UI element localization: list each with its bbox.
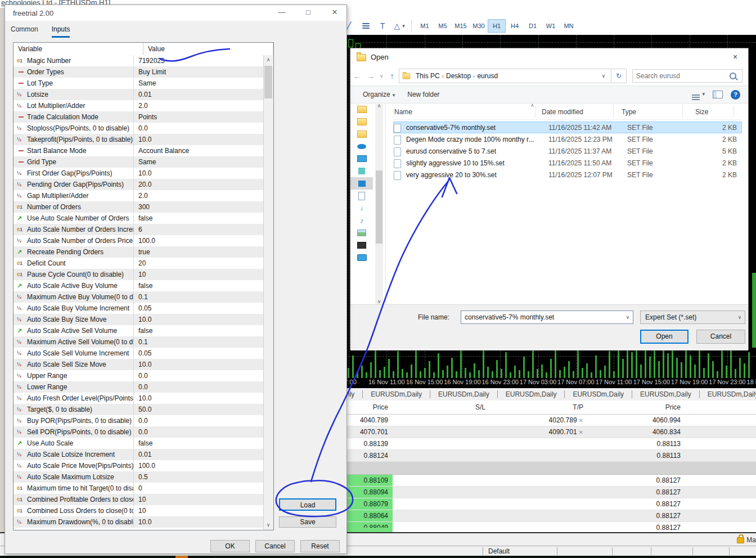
timeframe-H4[interactable]: H4 — [506, 19, 524, 33]
order-tp[interactable] — [490, 438, 588, 449]
param-row[interactable]: ¹⁄₂Maximum Active Buy Volume(0 to disa..… — [14, 291, 264, 303]
file-name-value[interactable]: conservative5-7% monthly.set — [461, 313, 623, 321]
param-value[interactable]: 0.0 — [134, 123, 264, 134]
help-icon[interactable]: ? — [731, 90, 740, 100]
file-name[interactable]: eurusd conservative 5 to 7.set — [406, 146, 548, 158]
trade-row[interactable]: 0.88049 0.88127 — [340, 522, 756, 532]
order-tp[interactable] — [490, 475, 588, 486]
search-box[interactable] — [632, 69, 742, 83]
sidebar-item-onedrive[interactable] — [350, 140, 373, 152]
param-value[interactable]: 0.0 — [134, 415, 264, 426]
param-value[interactable]: 0 — [134, 483, 264, 494]
file-type-value[interactable]: Expert Set (*.set) — [641, 313, 735, 321]
param-row[interactable]: 01Pause Cycle Count(0 to disable) 10 — [14, 269, 264, 280]
timeframe-H1[interactable]: H1 — [488, 19, 506, 33]
sidebar-item-videos[interactable] — [350, 239, 373, 251]
param-value[interactable]: 100.0 — [134, 460, 264, 471]
param-value[interactable]: 0.0 — [134, 381, 264, 393]
close-icon[interactable]: ✕ — [323, 5, 346, 20]
file-row[interactable]: Degen Mode crazy mode 100% monthy r... 1… — [393, 133, 742, 145]
param-row[interactable]: ¹⁄₂First Order Gap(Pips/Points) 10.0 — [14, 168, 264, 179]
file-name-combobox[interactable]: conservative5-7% monthly.set ∨ — [461, 310, 633, 324]
param-value[interactable]: 0.05 — [134, 303, 264, 314]
param-row[interactable]: Grid Type Same — [14, 156, 264, 168]
chevron-down-icon[interactable]: ∨ — [623, 314, 633, 320]
col-tp[interactable]: T/P — [490, 400, 588, 414]
param-row[interactable]: ¹⁄₂Takeprofit(Pips/Points, 0 to disable)… — [14, 134, 264, 145]
file-row[interactable]: very aggressive 20 to 30%.set 11/16/2025… — [393, 169, 742, 181]
load-button[interactable]: Load — [279, 498, 336, 511]
param-value[interactable]: 2.0 — [134, 190, 264, 201]
chart-tab[interactable]: EURUSDm,Daily — [430, 390, 498, 398]
ok-button[interactable]: OK — [210, 540, 250, 552]
param-value[interactable]: 20.0 — [134, 179, 264, 190]
param-value[interactable]: 10.0 — [134, 359, 264, 370]
cancel-button[interactable]: Cancel — [696, 330, 745, 344]
param-value[interactable]: 0.0 — [134, 370, 264, 381]
chevron-down-icon[interactable]: ∨ — [598, 73, 609, 79]
param-row[interactable]: ¹⁄₂Auto Scale Lotsize Increment 0.01 — [14, 449, 264, 460]
param-value[interactable]: 0.01 — [134, 449, 264, 460]
order-tp[interactable]: 4090.701✕ — [490, 426, 588, 438]
maximize-icon[interactable]: □ — [297, 5, 320, 20]
trade-row[interactable]: 0.88139 0.88113 — [340, 438, 756, 450]
reset-button[interactable]: Reset — [300, 540, 340, 552]
param-value[interactable]: 10.0 — [134, 168, 264, 179]
order-sl[interactable] — [393, 475, 490, 486]
back-icon[interactable]: ← — [350, 71, 364, 80]
file-name[interactable]: conservative5-7% monthly.set — [406, 122, 548, 134]
trade-row[interactable]: 0.88064 0.88127 — [340, 510, 756, 522]
param-row[interactable]: Start Balance Mode Account Balance — [14, 145, 264, 156]
col-price2[interactable]: Price — [588, 400, 685, 414]
order-sl[interactable] — [393, 415, 490, 426]
sidebar-item-network[interactable] — [350, 251, 373, 264]
order-sl[interactable] — [393, 510, 490, 521]
minimize-icon[interactable]: — — [271, 5, 293, 20]
timeframe-W1[interactable]: W1 — [542, 19, 560, 33]
param-row[interactable]: ¹⁄₂Target($, 0 to disable) 50.0 — [14, 404, 264, 415]
sidebar-item-desktop[interactable] — [350, 177, 373, 190]
file-row[interactable]: slightly aggressive 10 to 15%.set 11/16/… — [393, 157, 742, 169]
sidebar-item-3d-objects[interactable] — [350, 165, 373, 177]
sidebar-item-folder[interactable] — [350, 115, 373, 128]
param-row[interactable]: ¹⁄₂Pending Order Gap(Pips/Points) 20.0 — [14, 179, 264, 190]
order-sl[interactable] — [393, 426, 490, 438]
column-size[interactable]: Size — [695, 108, 708, 116]
param-row[interactable]: 01Combined Loss Orders to close(0 to di.… — [14, 505, 264, 516]
timeframe-M5[interactable]: M5 — [434, 19, 452, 33]
param-row[interactable]: ¹⁄₂Auto Fresh Order Level(Pips/Points) 1… — [14, 393, 264, 404]
param-row[interactable]: ¹⁄₂Lot Multiplier/Adder 2.0 — [14, 100, 264, 111]
text-tool-icon[interactable]: T — [374, 19, 391, 33]
param-value[interactable]: 0.05 — [134, 348, 264, 359]
file-name[interactable]: Degen Mode crazy mode 100% monthy r... — [406, 134, 548, 146]
param-row[interactable]: 01Auto Scale Number of Orders Increment … — [14, 224, 264, 235]
close-order-icon[interactable]: ✕ — [579, 417, 583, 424]
param-value[interactable]: 10.0 — [134, 314, 264, 325]
param-value[interactable]: Buy Limit — [134, 66, 264, 78]
column-date[interactable]: Date modified — [542, 108, 583, 116]
param-value[interactable]: 0.1 — [134, 291, 264, 303]
column-value[interactable]: Value — [143, 43, 273, 55]
sidebar-item-this-pc[interactable] — [350, 152, 373, 165]
profile-name[interactable]: Default — [488, 546, 510, 556]
param-value[interactable]: false — [134, 213, 264, 224]
param-value[interactable]: 7192025 — [134, 55, 264, 66]
column-type[interactable]: Type — [622, 108, 636, 116]
sidebar-item-pictures[interactable] — [350, 227, 373, 239]
forward-icon[interactable]: → — [364, 71, 377, 80]
param-value[interactable]: 0.1 — [134, 336, 264, 348]
file-type-combobox[interactable]: Expert Set (*.set) ∨ — [640, 310, 745, 324]
param-row[interactable]: ¹⁄₂Auto Scale Buy Size Move 10.0 — [14, 314, 264, 325]
breadcrumb[interactable]: This PC›Desktop›eurusd ∨ — [399, 69, 611, 83]
param-row[interactable]: ¹⁄₂Lotsize 0.01 — [14, 89, 264, 100]
chart-tab[interactable]: EURUSDm,Daily — [363, 390, 430, 398]
refresh-icon[interactable]: ↻ — [611, 69, 627, 83]
param-value[interactable]: Same — [134, 78, 264, 89]
scroll-up-icon[interactable]: ∧ — [375, 103, 383, 109]
recent-locations-icon[interactable]: ∨ — [377, 73, 385, 79]
param-value[interactable]: 100.0 — [134, 235, 264, 246]
order-sl[interactable] — [393, 498, 490, 510]
param-row[interactable]: ↗Use Auto Scale Number of Orders false — [14, 213, 264, 224]
param-value[interactable]: 0.5 — [134, 471, 264, 483]
param-row[interactable]: ↗Auto Scale Active Sell Volume false — [14, 325, 264, 336]
